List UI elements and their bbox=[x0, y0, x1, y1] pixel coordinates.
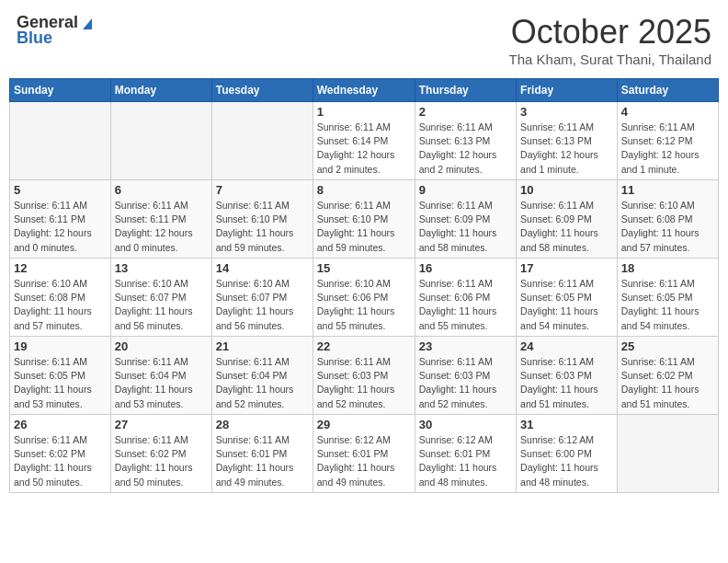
title-area: October 2025 Tha Kham, Surat Thani, Thai… bbox=[509, 13, 711, 67]
day-info: Sunrise: 6:11 AM Sunset: 6:05 PM Dayligh… bbox=[621, 277, 714, 333]
day-number: 17 bbox=[520, 261, 613, 275]
day-info: Sunrise: 6:11 AM Sunset: 6:02 PM Dayligh… bbox=[115, 433, 208, 489]
calendar-cell: 4Sunrise: 6:11 AM Sunset: 6:12 PM Daylig… bbox=[617, 102, 718, 180]
calendar-cell: 16Sunrise: 6:11 AM Sunset: 6:06 PM Dayli… bbox=[415, 259, 516, 337]
day-info: Sunrise: 6:11 AM Sunset: 6:03 PM Dayligh… bbox=[419, 355, 512, 411]
calendar-cell: 15Sunrise: 6:10 AM Sunset: 6:06 PM Dayli… bbox=[313, 259, 415, 337]
calendar-header-row: SundayMondayTuesdayWednesdayThursdayFrid… bbox=[10, 79, 719, 102]
calendar-cell: 28Sunrise: 6:11 AM Sunset: 6:01 PM Dayli… bbox=[211, 415, 313, 493]
calendar-cell: 14Sunrise: 6:10 AM Sunset: 6:07 PM Dayli… bbox=[211, 259, 313, 337]
week-row-5: 26Sunrise: 6:11 AM Sunset: 6:02 PM Dayli… bbox=[10, 415, 719, 493]
day-number: 9 bbox=[419, 183, 512, 197]
week-row-4: 19Sunrise: 6:11 AM Sunset: 6:05 PM Dayli… bbox=[10, 337, 719, 415]
day-number: 8 bbox=[317, 183, 411, 197]
day-info: Sunrise: 6:11 AM Sunset: 6:05 PM Dayligh… bbox=[520, 277, 613, 333]
calendar-cell bbox=[617, 415, 718, 493]
day-info: Sunrise: 6:11 AM Sunset: 6:12 PM Dayligh… bbox=[621, 121, 714, 177]
day-info: Sunrise: 6:10 AM Sunset: 6:08 PM Dayligh… bbox=[14, 277, 107, 333]
day-info: Sunrise: 6:11 AM Sunset: 6:11 PM Dayligh… bbox=[115, 199, 208, 255]
day-number: 5 bbox=[14, 183, 107, 197]
day-info: Sunrise: 6:11 AM Sunset: 6:03 PM Dayligh… bbox=[520, 355, 613, 411]
day-info: Sunrise: 6:10 AM Sunset: 6:07 PM Dayligh… bbox=[216, 277, 309, 333]
logo: General Blue bbox=[17, 13, 96, 48]
day-info: Sunrise: 6:12 AM Sunset: 6:01 PM Dayligh… bbox=[317, 433, 411, 489]
day-number: 7 bbox=[216, 183, 309, 197]
logo-blue-text: Blue bbox=[17, 29, 52, 48]
header-tuesday: Tuesday bbox=[211, 79, 313, 102]
day-number: 23 bbox=[419, 339, 512, 353]
week-row-3: 12Sunrise: 6:10 AM Sunset: 6:08 PM Dayli… bbox=[10, 259, 719, 337]
calendar-cell: 21Sunrise: 6:11 AM Sunset: 6:04 PM Dayli… bbox=[211, 337, 313, 415]
day-number: 14 bbox=[216, 261, 309, 275]
calendar-cell: 13Sunrise: 6:10 AM Sunset: 6:07 PM Dayli… bbox=[110, 259, 211, 337]
day-info: Sunrise: 6:11 AM Sunset: 6:14 PM Dayligh… bbox=[317, 121, 411, 177]
calendar-table: SundayMondayTuesdayWednesdayThursdayFrid… bbox=[9, 78, 719, 493]
calendar-cell: 9Sunrise: 6:11 AM Sunset: 6:09 PM Daylig… bbox=[415, 180, 516, 259]
calendar-cell: 26Sunrise: 6:11 AM Sunset: 6:02 PM Dayli… bbox=[10, 415, 111, 493]
day-number: 27 bbox=[115, 418, 208, 431]
location-subtitle: Tha Kham, Surat Thani, Thailand bbox=[509, 52, 711, 67]
calendar-cell bbox=[110, 102, 211, 180]
calendar-cell: 18Sunrise: 6:11 AM Sunset: 6:05 PM Dayli… bbox=[617, 259, 718, 337]
day-info: Sunrise: 6:11 AM Sunset: 6:13 PM Dayligh… bbox=[419, 121, 512, 177]
header-friday: Friday bbox=[517, 79, 618, 102]
day-info: Sunrise: 6:11 AM Sunset: 6:11 PM Dayligh… bbox=[14, 199, 107, 255]
calendar-cell: 20Sunrise: 6:11 AM Sunset: 6:04 PM Dayli… bbox=[110, 337, 211, 415]
calendar-cell: 11Sunrise: 6:10 AM Sunset: 6:08 PM Dayli… bbox=[617, 180, 718, 259]
day-info: Sunrise: 6:11 AM Sunset: 6:06 PM Dayligh… bbox=[419, 277, 512, 333]
day-info: Sunrise: 6:10 AM Sunset: 6:06 PM Dayligh… bbox=[317, 277, 411, 333]
day-number: 28 bbox=[216, 418, 309, 431]
day-number: 18 bbox=[621, 261, 714, 275]
calendar-cell: 7Sunrise: 6:11 AM Sunset: 6:10 PM Daylig… bbox=[211, 180, 313, 259]
day-info: Sunrise: 6:11 AM Sunset: 6:04 PM Dayligh… bbox=[115, 355, 208, 411]
logo-icon bbox=[79, 15, 96, 31]
day-number: 31 bbox=[520, 418, 613, 431]
calendar-cell: 6Sunrise: 6:11 AM Sunset: 6:11 PM Daylig… bbox=[110, 180, 211, 259]
calendar-cell: 1Sunrise: 6:11 AM Sunset: 6:14 PM Daylig… bbox=[313, 102, 415, 180]
day-number: 15 bbox=[317, 261, 411, 275]
header-monday: Monday bbox=[110, 79, 211, 102]
calendar-cell: 10Sunrise: 6:11 AM Sunset: 6:09 PM Dayli… bbox=[517, 180, 618, 259]
day-info: Sunrise: 6:11 AM Sunset: 6:10 PM Dayligh… bbox=[317, 199, 411, 255]
calendar-cell: 29Sunrise: 6:12 AM Sunset: 6:01 PM Dayli… bbox=[313, 415, 415, 493]
month-title: October 2025 bbox=[509, 13, 711, 52]
calendar-cell: 30Sunrise: 6:12 AM Sunset: 6:01 PM Dayli… bbox=[415, 415, 516, 493]
day-info: Sunrise: 6:11 AM Sunset: 6:09 PM Dayligh… bbox=[520, 199, 613, 255]
header-saturday: Saturday bbox=[617, 79, 718, 102]
day-number: 20 bbox=[115, 339, 208, 353]
calendar-cell: 31Sunrise: 6:12 AM Sunset: 6:00 PM Dayli… bbox=[517, 415, 618, 493]
day-number: 1 bbox=[317, 105, 411, 119]
day-info: Sunrise: 6:11 AM Sunset: 6:13 PM Dayligh… bbox=[520, 121, 613, 177]
day-info: Sunrise: 6:11 AM Sunset: 6:02 PM Dayligh… bbox=[14, 433, 107, 489]
day-number: 22 bbox=[317, 339, 411, 353]
calendar-cell bbox=[211, 102, 313, 180]
page-header: General Blue October 2025 Tha Kham, Sura… bbox=[9, 9, 719, 71]
day-number: 4 bbox=[621, 105, 714, 119]
day-info: Sunrise: 6:12 AM Sunset: 6:00 PM Dayligh… bbox=[520, 433, 613, 489]
day-number: 13 bbox=[115, 261, 208, 275]
calendar-cell: 25Sunrise: 6:11 AM Sunset: 6:02 PM Dayli… bbox=[617, 337, 718, 415]
day-info: Sunrise: 6:11 AM Sunset: 6:02 PM Dayligh… bbox=[621, 355, 714, 411]
day-info: Sunrise: 6:11 AM Sunset: 6:01 PM Dayligh… bbox=[216, 433, 309, 489]
calendar-cell: 23Sunrise: 6:11 AM Sunset: 6:03 PM Dayli… bbox=[415, 337, 516, 415]
day-info: Sunrise: 6:12 AM Sunset: 6:01 PM Dayligh… bbox=[419, 433, 512, 489]
day-info: Sunrise: 6:10 AM Sunset: 6:08 PM Dayligh… bbox=[621, 199, 714, 255]
day-number: 10 bbox=[520, 183, 613, 197]
day-number: 26 bbox=[14, 418, 107, 431]
calendar-cell: 12Sunrise: 6:10 AM Sunset: 6:08 PM Dayli… bbox=[10, 259, 111, 337]
week-row-2: 5Sunrise: 6:11 AM Sunset: 6:11 PM Daylig… bbox=[10, 180, 719, 259]
calendar-cell: 19Sunrise: 6:11 AM Sunset: 6:05 PM Dayli… bbox=[10, 337, 111, 415]
calendar-cell: 24Sunrise: 6:11 AM Sunset: 6:03 PM Dayli… bbox=[517, 337, 618, 415]
day-info: Sunrise: 6:11 AM Sunset: 6:03 PM Dayligh… bbox=[317, 355, 411, 411]
calendar-cell bbox=[10, 102, 111, 180]
calendar-cell: 2Sunrise: 6:11 AM Sunset: 6:13 PM Daylig… bbox=[415, 102, 516, 180]
day-number: 21 bbox=[216, 339, 309, 353]
svg-marker-0 bbox=[83, 18, 92, 29]
day-info: Sunrise: 6:10 AM Sunset: 6:07 PM Dayligh… bbox=[115, 277, 208, 333]
calendar-cell: 3Sunrise: 6:11 AM Sunset: 6:13 PM Daylig… bbox=[517, 102, 618, 180]
day-number: 30 bbox=[419, 418, 512, 431]
calendar-cell: 22Sunrise: 6:11 AM Sunset: 6:03 PM Dayli… bbox=[313, 337, 415, 415]
week-row-1: 1Sunrise: 6:11 AM Sunset: 6:14 PM Daylig… bbox=[10, 102, 719, 180]
day-number: 19 bbox=[14, 339, 107, 353]
day-number: 16 bbox=[419, 261, 512, 275]
